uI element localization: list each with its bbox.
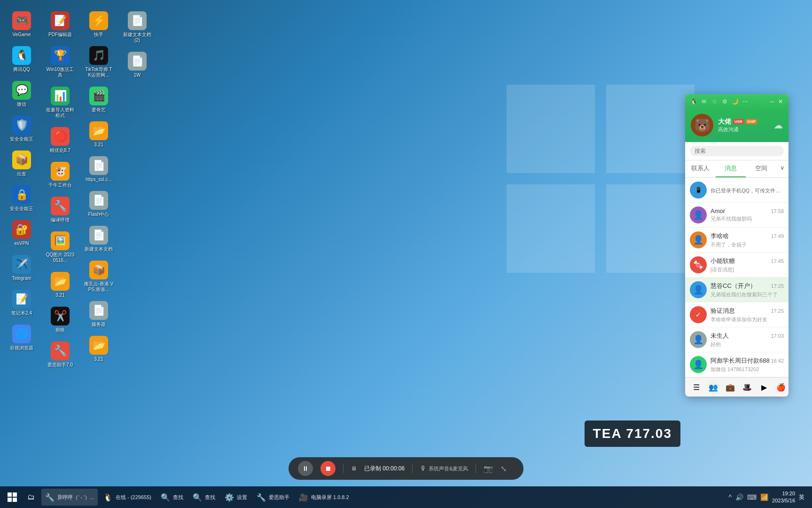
qq-tab-messages[interactable]: 消息 <box>716 160 746 177</box>
qq-skin-icon[interactable]: 🌙 <box>731 98 739 105</box>
qq-contacts-icon[interactable]: 👥 <box>707 381 720 394</box>
audio-icon: 🎙 <box>420 465 427 472</box>
tray-network-icon[interactable]: 📶 <box>760 493 768 501</box>
qq-play-icon[interactable]: ▶ <box>757 381 771 394</box>
tray-speaker-icon[interactable]: 🔊 <box>735 493 743 501</box>
taskbar-find2[interactable]: 🔍 查找 <box>189 489 219 506</box>
svg-rect-5 <box>13 492 17 497</box>
qq-usr-badge: USR <box>733 119 744 124</box>
icon-vps[interactable]: 📦 搬瓦云-香港 VPS,香港... <box>82 259 116 294</box>
icon-win10[interactable]: 🏆 Win10激活工具 <box>43 44 77 80</box>
qq-msg-xiaoneng[interactable]: 🍬 小能软糖 17:45 [语音消息] <box>685 253 789 278</box>
icon-wechat[interactable]: 💬 微信 <box>5 79 39 109</box>
icon-ssl[interactable]: 📄 https_ssl.c... <box>82 154 116 184</box>
recorder-icon: 🎥 <box>299 492 308 502</box>
icon-bibiji[interactable]: 📝 笔记本2.4 <box>5 288 39 318</box>
icon-qqpic[interactable]: 🖼️ QQ图片 20230516... <box>43 230 77 265</box>
qq-msg-xiaoneng-content: 小能软糖 17:45 [语音消息] <box>710 257 784 273</box>
recording-bar: ⏸ ⏹ 🖥 已录制 00:00:06 🎙 系统声音&麦克风 📷 ⤡ <box>289 457 523 480</box>
icon-newtxt[interactable]: 📄 新建文本文档 <box>82 224 116 254</box>
icon-321c[interactable]: 📂 3.21 <box>82 119 116 150</box>
qq-close-button[interactable]: ✕ <box>777 98 784 105</box>
qq-tab-more[interactable]: ∨ <box>776 160 789 177</box>
recording-stop-button[interactable]: ⏹ <box>320 461 336 476</box>
icon-tiktok[interactable]: 🎵 TikTok导师 TK运营网... <box>82 44 116 80</box>
icon-chrome[interactable]: 🌐 谷视浏览器 <box>5 323 39 353</box>
icon-bianyiqi[interactable]: 🔧 编译呼理 <box>43 195 77 225</box>
icon-newtxt2[interactable]: 📄 新建文本文档(2) <box>120 9 154 45</box>
tray-keyboard-icon[interactable]: ⌨ <box>747 493 757 501</box>
qq-apps-icon[interactable]: ⚙ <box>721 98 728 105</box>
icon-qianniu[interactable]: 🐮 千牛工作台 <box>43 160 77 190</box>
qq-logo-icon[interactable]: 🐧 <box>690 98 697 105</box>
qq-mail-icon[interactable]: ✉ <box>700 98 708 105</box>
icon-telegram[interactable]: ✈️ Telegram <box>5 253 39 283</box>
qq-cloud-icon[interactable]: ☁ <box>773 119 783 131</box>
icon-321a[interactable]: 📂 3.21 <box>82 334 116 364</box>
windows-logo <box>507 85 695 273</box>
qq-minimize-button[interactable]: ─ <box>769 98 775 105</box>
icon-bulkimport[interactable]: 📊 批量导入资料框式 <box>43 85 77 120</box>
icon-jianying[interactable]: ✂️ 剪映 <box>43 305 77 335</box>
taskbar-bianyi[interactable]: 🔧 异呼呼（' - '）... <box>41 489 98 506</box>
icon-vegame[interactable]: 🎮 VeGame <box>5 9 39 40</box>
icon-pdfeditor[interactable]: 📝 PDF编辑器 <box>43 9 77 40</box>
find-icon: 🔍 <box>161 492 170 502</box>
qq-more-icon[interactable]: ⋯ <box>742 98 749 105</box>
qq-msg-verify-time: 17:25 <box>771 308 784 314</box>
qq-msg-stranger[interactable]: 👤 未生人 17:03 好的 <box>685 327 789 352</box>
icon-anquan[interactable]: 🛡️ 安全全能王 <box>5 114 39 144</box>
qq-msg-huigu[interactable]: 👤 慧谷CC（开户） 17:25 兄弟现在我们在搜索到三个了 <box>685 278 789 302</box>
taskbar-clock[interactable]: 19:20 2023/5/16 <box>772 490 795 505</box>
icon-esvpn[interactable]: 🔐 esVPN <box>5 218 39 248</box>
qq-msg-huigu-time: 17:25 <box>771 283 784 289</box>
taskbar-explorer[interactable]: 🗂 <box>23 489 39 506</box>
icon-1w[interactable]: 📄 1W <box>120 50 154 80</box>
taskbar-recorder[interactable]: 🎥 电脑录屏 1.0.8.2 <box>295 489 353 506</box>
icon-aiqiyi[interactable]: 🎬 爱奇艺 <box>82 85 116 115</box>
taskbar-lang[interactable]: 英 <box>799 493 804 501</box>
find2-icon: 🔍 <box>193 492 202 502</box>
icon-jinghua[interactable]: 🔴 精优化8.7 <box>43 125 77 155</box>
tray-up-icon[interactable]: ^ <box>728 493 732 501</box>
explorer-icon: 🗂 <box>26 492 36 502</box>
taskbar-aisi[interactable]: 🔧 爱思助手 <box>253 489 293 506</box>
qq-avatar[interactable]: 🐻 <box>691 114 713 136</box>
icon-kuaishou[interactable]: ⚡ 快手 <box>82 9 116 40</box>
taskbar-qq-online-label: 在线 - (229655) <box>116 494 151 501</box>
qq-window-controls: ─ ✕ <box>769 98 784 105</box>
qq-msg-abiao[interactable]: 👤 阿彪学长周日付款688 16:42 加微信 14786173202 <box>685 352 789 377</box>
qq-msg-lishasha-text: 不用了，全搞子 <box>710 241 784 248</box>
taskbar-start-button[interactable] <box>4 489 21 506</box>
icon-fuwuqi[interactable]: 📄 服务器 <box>82 299 116 329</box>
qq-system-avatar: 📱 <box>690 182 707 198</box>
qq-system-notification[interactable]: 📱 你已登录手机QQ，可传文件到手机 <box>685 178 789 203</box>
taskbar-settings[interactable]: ⚙️ 设置 <box>221 489 251 506</box>
recording-resize-button[interactable]: ⤡ <box>500 464 507 473</box>
qq-tab-space[interactable]: 空间 <box>746 160 776 177</box>
icon-aisi[interactable]: 🔧 爱思助手7.0 <box>43 340 77 370</box>
qq-msg-amor[interactable]: 👤 Amor 17:58 兄弟不找我做群吗 <box>685 203 789 228</box>
recording-camera-button[interactable]: 📷 <box>484 464 493 473</box>
screen-icon: 🖥 <box>351 465 357 472</box>
icon-321b[interactable]: 📂 3.21 <box>43 270 77 300</box>
qq-briefcase-icon[interactable]: 💼 <box>724 381 737 394</box>
qq-star-icon[interactable]: ☆ <box>710 98 718 105</box>
taskbar-qq-online[interactable]: 🐧 在线 - (229655) <box>100 489 155 506</box>
icon-eset[interactable]: 🔒 安全全能王 <box>5 183 39 214</box>
taskbar-aisi-label: 爱思助手 <box>269 494 289 501</box>
icon-flash[interactable]: 📄 Flash中心 <box>82 189 116 219</box>
recording-pause-button[interactable]: ⏸ <box>298 461 313 476</box>
qq-tab-contacts[interactable]: 联系人 <box>685 160 716 177</box>
qq-msg-xiaoneng-avatar: 🍬 <box>690 256 707 273</box>
qq-hat-icon[interactable]: 🎩 <box>741 381 754 394</box>
qq-menu-icon[interactable]: ☰ <box>690 381 703 394</box>
qq-apple-icon[interactable]: 🍎 <box>774 381 788 394</box>
icon-qq[interactable]: 🐧 腾讯QQ <box>5 44 39 74</box>
qq-search-input[interactable] <box>690 146 784 156</box>
taskbar-find[interactable]: 🔍 查找 <box>157 489 187 506</box>
icon-chufa[interactable]: 📦 出发 <box>5 149 39 179</box>
qq-msg-stranger-time: 17:03 <box>771 333 784 339</box>
qq-msg-verify[interactable]: ✓ 验证消息 17:25 李啥啥申请添加你为好友 <box>685 302 789 327</box>
qq-msg-lishasha[interactable]: 👤 李啥啥 17:49 不用了，全搞子 <box>685 228 789 253</box>
